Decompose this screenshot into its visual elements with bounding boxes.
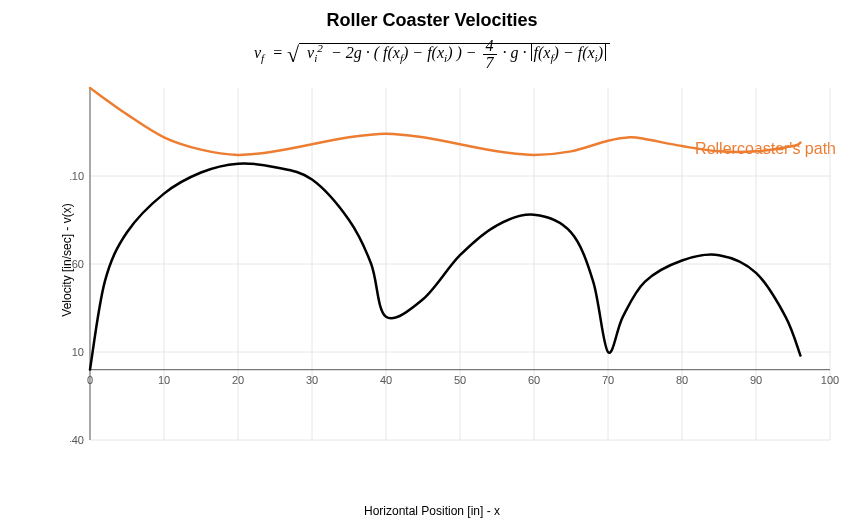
chart-equation: vf = √ vi2 − 2g · ( f(xf) − f(xi) ) − 47… bbox=[0, 38, 864, 71]
svg-text:40: 40 bbox=[380, 374, 392, 386]
svg-text:60: 60 bbox=[72, 258, 84, 270]
svg-text:20: 20 bbox=[232, 374, 244, 386]
svg-text:0: 0 bbox=[87, 374, 93, 386]
svg-text:50: 50 bbox=[454, 374, 466, 386]
chart-container: Roller Coaster Velocities vf = √ vi2 − 2… bbox=[0, 0, 864, 520]
x-axis-label: Horizontal Position [in] - x bbox=[0, 504, 864, 518]
svg-text:90: 90 bbox=[750, 374, 762, 386]
svg-text:30: 30 bbox=[306, 374, 318, 386]
svg-text:10: 10 bbox=[158, 374, 170, 386]
svg-text:-40: -40 bbox=[70, 434, 84, 446]
chart-title: Roller Coaster Velocities bbox=[0, 10, 864, 31]
svg-text:60: 60 bbox=[528, 374, 540, 386]
svg-text:80: 80 bbox=[676, 374, 688, 386]
svg-text:70: 70 bbox=[602, 374, 614, 386]
plot-area: 0102030405060708090100-401060110 bbox=[70, 80, 840, 480]
svg-text:110: 110 bbox=[70, 170, 84, 182]
svg-text:100: 100 bbox=[821, 374, 839, 386]
plot-svg: 0102030405060708090100-401060110 bbox=[70, 80, 840, 480]
svg-text:10: 10 bbox=[72, 346, 84, 358]
